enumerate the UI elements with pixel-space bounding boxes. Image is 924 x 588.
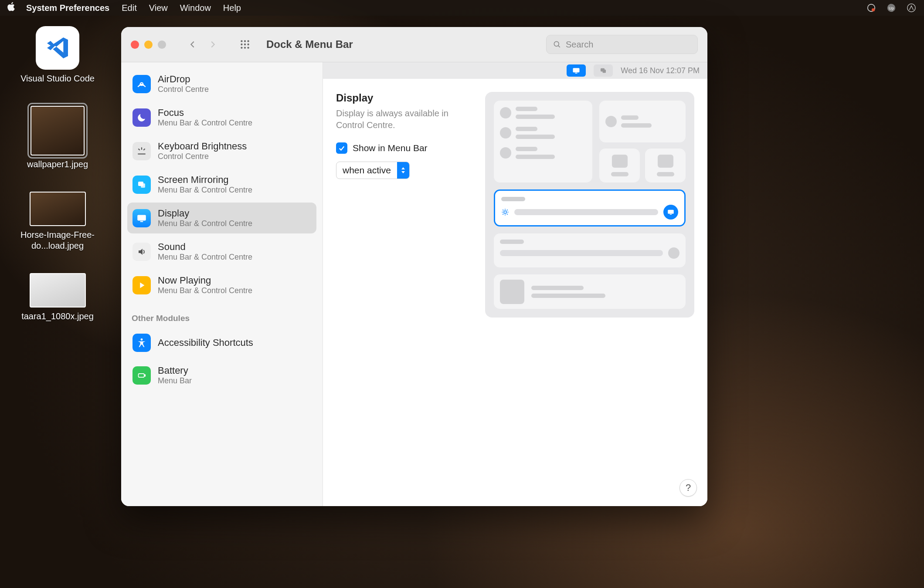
sidebar-item-accessibility-shortcuts[interactable]: Accessibility Shortcuts: [127, 328, 316, 357]
svg-rect-32: [603, 70, 606, 73]
svg-rect-29: [573, 68, 580, 72]
help-button[interactable]: ?: [679, 479, 697, 497]
screen-mirroring-icon: [132, 176, 151, 194]
svg-line-42: [503, 214, 503, 215]
menubar-app-name[interactable]: System Preferences: [26, 3, 109, 13]
sidebar-item-keyboard-brightness[interactable]: Keyboard BrightnessControl Centre: [127, 135, 316, 166]
brightness-icon: [501, 208, 509, 216]
sidebar[interactable]: AirDropControl Centre FocusMenu Bar & Co…: [121, 62, 323, 506]
sidebar-item-subtitle: Control Centre: [158, 152, 247, 161]
forward-button[interactable]: [206, 38, 219, 51]
sidebar-item-label: Battery: [158, 365, 192, 376]
when-active-select[interactable]: when active: [336, 162, 410, 179]
desktop-icon-label: taara1_1080x.jpeg: [21, 311, 94, 322]
macos-menubar: System Preferences Edit View Window Help…: [0, 0, 924, 16]
sound-icon: [132, 243, 151, 261]
display-icon: [132, 209, 151, 227]
sidebar-item-sound[interactable]: SoundMenu Bar & Control Centre: [127, 236, 316, 267]
sidebar-item-display[interactable]: DisplayMenu Bar & Control Centre: [127, 203, 316, 233]
airdrop-icon: [132, 75, 151, 93]
svg-point-13: [247, 47, 249, 48]
window-titlebar[interactable]: Dock & Menu Bar Search: [121, 27, 707, 62]
system-preferences-window: Dock & Menu Bar Search AirDropControl Ce…: [121, 27, 707, 506]
desktop-icon-vscode[interactable]: Visual Studio Code: [5, 26, 110, 84]
moon-icon: [132, 108, 151, 127]
zoom-button[interactable]: [158, 41, 166, 49]
svg-point-4: [907, 4, 915, 12]
sidebar-item-subtitle: Menu Bar & Control Centre: [158, 253, 252, 262]
svg-line-19: [138, 149, 139, 150]
svg-line-15: [558, 46, 560, 47]
play-icon: [132, 276, 151, 294]
desktop-icon-wallpaper1[interactable]: wallpaper1.jpeg: [5, 106, 110, 170]
menubar-status-icon-1[interactable]: [866, 2, 877, 14]
sidebar-item-now-playing[interactable]: Now PlayingMenu Bar & Control Centre: [127, 270, 316, 301]
sidebar-item-label: Focus: [158, 107, 252, 118]
svg-rect-28: [145, 375, 146, 376]
desktop-icon-label: wallpaper1.jpeg: [27, 159, 88, 170]
all-prefs-button[interactable]: [238, 38, 251, 51]
search-field[interactable]: Search: [546, 35, 698, 54]
svg-point-5: [241, 40, 242, 42]
menubar-status-icon-2[interactable]: Up: [886, 2, 897, 14]
select-stepper-icon: [397, 162, 409, 179]
sidebar-item-focus[interactable]: FocusMenu Bar & Control Centre: [127, 102, 316, 133]
sidebar-item-subtitle: Menu Bar & Control Centre: [158, 186, 252, 195]
sidebar-item-airdrop[interactable]: AirDropControl Centre: [127, 68, 316, 99]
svg-point-1: [872, 8, 875, 11]
svg-point-7: [247, 40, 249, 42]
sidebar-section-header: Other Modules: [132, 314, 312, 323]
preview-mirroring-pill-icon: [594, 64, 613, 77]
detail-heading: Display: [336, 92, 468, 104]
image-thumbnail: [31, 106, 85, 155]
desktop-icon-taara[interactable]: taara1_1080x.jpeg: [5, 273, 110, 322]
svg-line-40: [503, 210, 503, 210]
keyboard-brightness-icon: [132, 142, 151, 160]
back-button[interactable]: [186, 38, 199, 51]
desktop-icon-horse[interactable]: Horse-Image-Free-do...load.jpeg: [5, 192, 110, 251]
sidebar-item-battery[interactable]: BatteryMenu Bar: [127, 360, 316, 391]
svg-rect-24: [140, 221, 143, 222]
sidebar-item-label: Accessibility Shortcuts: [158, 337, 253, 348]
svg-marker-33: [401, 167, 405, 169]
display-module-icon: [663, 205, 678, 220]
close-button[interactable]: [131, 41, 139, 49]
search-placeholder: Search: [566, 40, 593, 50]
sidebar-item-screen-mirroring[interactable]: Screen MirroringMenu Bar & Control Centr…: [127, 169, 316, 200]
traffic-lights: [131, 41, 166, 49]
sidebar-item-label: Display: [158, 208, 252, 219]
accessibility-icon: [132, 334, 151, 352]
preview-clock: Wed 16 Nov 12:07 PM: [621, 66, 700, 75]
sidebar-item-subtitle: Menu Bar & Control Centre: [158, 118, 252, 128]
desktop-icon-label: Horse-Image-Free-do...load.jpeg: [5, 230, 110, 251]
checkbox-checked-icon[interactable]: [336, 142, 347, 154]
menubar-item-help[interactable]: Help: [223, 3, 241, 13]
display-module-highlight: [494, 189, 686, 226]
sidebar-item-subtitle: Menu Bar & Control Centre: [158, 219, 252, 228]
detail-description: Display is always available in Control C…: [336, 108, 468, 131]
svg-rect-27: [139, 373, 144, 377]
control-centre-preview: [485, 92, 694, 318]
sidebar-item-label: Keyboard Brightness: [158, 141, 247, 152]
svg-point-6: [244, 40, 246, 42]
svg-point-8: [241, 44, 242, 45]
image-thumbnail: [30, 273, 86, 308]
menubar-item-view[interactable]: View: [149, 3, 168, 13]
window-title: Dock & Menu Bar: [266, 38, 353, 51]
menubar-item-edit[interactable]: Edit: [122, 3, 136, 13]
menubar-status-icon-3[interactable]: [906, 2, 917, 14]
preview-menubar: Wed 16 Nov 12:07 PM: [323, 62, 707, 79]
apple-menu-icon[interactable]: [7, 2, 17, 14]
menubar-item-window[interactable]: Window: [180, 3, 211, 13]
sidebar-item-label: Screen Mirroring: [158, 174, 252, 186]
preview-display-pill-icon: [567, 64, 586, 77]
svg-marker-34: [401, 171, 405, 173]
svg-point-12: [244, 47, 246, 48]
desktop-icons: Visual Studio Code wallpaper1.jpeg Horse…: [5, 26, 110, 322]
vscode-icon: [36, 26, 79, 70]
show-in-menubar-row[interactable]: Show in Menu Bar: [336, 142, 468, 154]
svg-rect-30: [575, 73, 578, 74]
svg-line-41: [507, 214, 508, 215]
minimize-button[interactable]: [144, 41, 153, 49]
svg-text:Up: Up: [889, 6, 894, 10]
